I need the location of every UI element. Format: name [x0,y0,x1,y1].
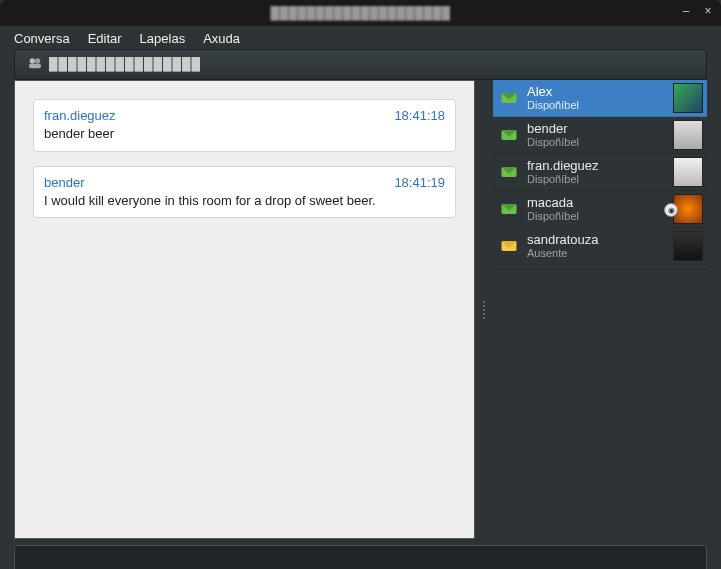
titlebar: ████████████████████ – × [0,0,721,26]
menu-lapelas[interactable]: Lapelas [140,31,186,46]
roster-status: Dispoñíbel [527,173,665,185]
camera-icon: ◉ [664,203,678,217]
roster-pane: Alex Dispoñíbel bender Dispoñíbel fran.d… [493,80,707,539]
avatar [673,231,703,261]
menu-editar[interactable]: Editar [88,31,122,46]
roster-status: Dispoñíbel [527,99,665,111]
menu-axuda[interactable]: Axuda [203,31,240,46]
chat-message: fran.dieguez 18:41:18 bender beer [33,99,456,152]
presence-icon [499,88,519,108]
tab-label: ████████████████ [49,57,201,71]
chat-message: bender 18:41:19 I would kill everyone in… [33,166,456,219]
roster-status: Dispoñíbel [527,136,665,148]
roster-item[interactable]: bender Dispoñíbel [493,117,707,154]
close-button[interactable]: × [701,4,715,18]
window-title: ████████████████████ [270,6,450,20]
chat-pane[interactable]: fran.dieguez 18:41:18 bender beer bender… [14,80,475,539]
roster-name: bender [527,122,665,136]
roster-text: bender Dispoñíbel [527,122,665,148]
message-sender: bender [44,175,84,190]
svg-point-1 [35,58,40,63]
roster-name: Alex [527,85,665,99]
svg-rect-2 [29,63,41,68]
avatar: ◉ [673,194,703,224]
presence-icon [499,199,519,219]
roster-text: macada Dispoñíbel [527,196,665,222]
message-body: bender beer [44,125,445,143]
tab-room[interactable]: ████████████████ [14,49,707,80]
menu-conversa[interactable]: Conversa [14,31,70,46]
roster-text: sandratouza Ausente [527,233,665,259]
message-body: I would kill everyone in this room for a… [44,192,445,210]
menubar: Conversa Editar Lapelas Axuda [0,26,721,50]
svg-point-0 [30,58,35,63]
message-time: 18:41:18 [394,108,445,123]
roster-item[interactable]: sandratouza Ausente [493,228,707,265]
main-area: fran.dieguez 18:41:18 bender beer bender… [0,80,721,539]
presence-icon [499,236,519,256]
presence-icon [499,162,519,182]
tabbar: ████████████████ [0,50,721,80]
roster-item[interactable]: Alex Dispoñíbel [493,80,707,117]
roster-name: fran.dieguez [527,159,665,173]
avatar [673,157,703,187]
roster-text: Alex Dispoñíbel [527,85,665,111]
message-time: 18:41:19 [394,175,445,190]
roster-name: sandratouza [527,233,665,247]
roster-item[interactable]: macada Dispoñíbel ◉ [493,191,707,228]
message-input[interactable] [14,545,707,569]
message-sender: fran.dieguez [44,108,116,123]
minimize-button[interactable]: – [679,4,693,18]
avatar [673,120,703,150]
roster-name: macada [527,196,665,210]
window-controls: – × [679,4,715,18]
roster-status: Dispoñíbel [527,210,665,222]
pane-splitter[interactable] [481,80,487,539]
avatar [673,83,703,113]
group-chat-icon [27,55,43,74]
roster-item[interactable]: fran.dieguez Dispoñíbel [493,154,707,191]
roster-status: Ausente [527,247,665,259]
roster-text: fran.dieguez Dispoñíbel [527,159,665,185]
presence-icon [499,125,519,145]
